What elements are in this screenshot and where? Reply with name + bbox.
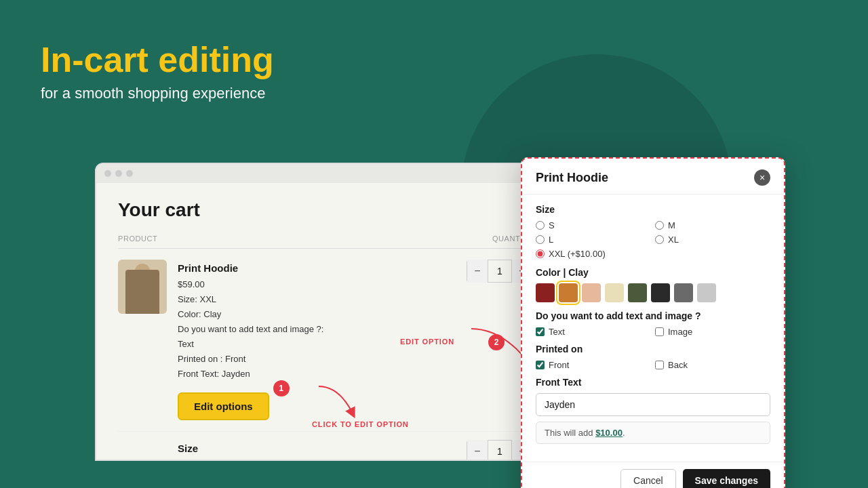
size-xxl-option[interactable]: XXL (+$10.00) — [536, 249, 770, 259]
color-swatches — [536, 283, 770, 302]
topbar-dot-2 — [115, 170, 122, 177]
cart-content: Your cart PRODUCT QUANTITY Print Hoodie … — [96, 183, 555, 461]
cart-mockup: Your cart PRODUCT QUANTITY Print Hoodie … — [95, 163, 556, 461]
cart-title: Your cart — [118, 199, 533, 221]
size-xxl-label: XXL (+$10.00) — [549, 249, 606, 259]
size-l-option[interactable]: L — [536, 235, 651, 245]
edit-options-wrapper: Edit options 1 — [178, 387, 456, 420]
topbar-dot-1 — [104, 170, 111, 177]
size-xl-option[interactable]: XL — [655, 235, 770, 245]
edit-options-button[interactable]: Edit options — [178, 392, 269, 420]
upsell-amount: $10.00 — [595, 428, 623, 438]
column-product: PRODUCT — [118, 235, 157, 243]
text-checkbox[interactable] — [536, 327, 545, 336]
cart-item-2: Size $10.00 Title: XXL − 1 + — [118, 431, 533, 461]
save-changes-button[interactable]: Save changes — [683, 469, 770, 488]
modal-body: Size S M L XL XXL (+$10.00) — [522, 195, 784, 462]
swatch-peach[interactable] — [582, 283, 601, 302]
color-section-label: Color | Clay — [536, 267, 770, 278]
front-label: Front — [549, 360, 569, 370]
modal-title: Print Hoodie — [536, 171, 608, 185]
badge-2: 2 — [488, 334, 505, 350]
product-front-text-1: Front Text: Jayden — [178, 367, 456, 382]
modal-header: Print Hoodie × — [522, 159, 784, 195]
image-checkbox[interactable] — [655, 327, 664, 336]
product-customization-1: Do you want to add text and image ?: — [178, 322, 456, 337]
back-checkbox-item[interactable]: Back — [655, 360, 770, 370]
size-radio-group: S M L XL XXL (+$10.00) — [536, 220, 770, 259]
size-m-label: M — [668, 220, 675, 230]
size-xxl-radio[interactable] — [536, 249, 545, 258]
swatch-olive[interactable] — [628, 283, 647, 302]
thumb-body — [125, 270, 159, 314]
size-s-option[interactable]: S — [536, 220, 651, 230]
cart-item-1: Print Hoodie $59.00 Size: XXL Color: Cla… — [118, 260, 533, 420]
badge-1: 1 — [273, 380, 290, 396]
size-m-radio[interactable] — [655, 221, 664, 230]
front-checkbox[interactable] — [536, 361, 545, 369]
page-subtitle: for a smooth shopping experience — [41, 85, 274, 102]
size-xl-radio[interactable] — [655, 235, 664, 244]
qty-value-2: 1 — [488, 441, 512, 461]
image-option-label: Image — [668, 327, 692, 337]
page-title: In-cart editing — [41, 41, 274, 79]
product-name-2: Size — [178, 440, 456, 458]
topbar-dot-3 — [126, 170, 133, 177]
printed-on-section-label: Printed on — [536, 344, 770, 354]
qty-decrease-1[interactable]: − — [467, 260, 488, 283]
product-thumbnail — [118, 260, 167, 314]
modal-dialog: Print Hoodie × Size S M L XL — [521, 157, 785, 488]
product-printed-on-1: Printed on : Front — [178, 352, 456, 367]
modal-footer: Cancel Save changes — [522, 462, 784, 488]
swatch-light-gray[interactable] — [697, 283, 716, 302]
image-checkbox-item[interactable]: Image — [655, 327, 770, 337]
front-checkbox-item[interactable]: Front — [536, 360, 651, 370]
product-price-2: $10.00 — [178, 458, 456, 461]
text-image-section-label: Do you want to add text and image ? — [536, 310, 770, 321]
front-text-section-label: Front Text — [536, 377, 770, 388]
edit-options-container: Edit options 1 — [178, 387, 269, 420]
size-section-label: Size — [536, 204, 770, 215]
cart-header-row: PRODUCT QUANTITY — [118, 235, 533, 249]
header-area: In-cart editing for a smooth shopping ex… — [41, 41, 274, 102]
swatch-dark-gray[interactable] — [674, 283, 693, 302]
back-label: Back — [668, 360, 688, 370]
upsell-text: This will add — [545, 428, 595, 438]
qty-decrease-2[interactable]: − — [467, 440, 488, 461]
swatch-cream[interactable] — [605, 283, 624, 302]
size-l-label: L — [549, 235, 553, 245]
text-option-label: Text — [549, 327, 565, 337]
cart-topbar — [96, 164, 555, 183]
qty-value-1: 1 — [488, 260, 512, 282]
product-size-1: Size: XXL — [178, 292, 456, 307]
text-image-checkbox-group: Text Image — [536, 327, 770, 337]
product-price-1: $59.00 — [178, 277, 456, 292]
printed-on-checkbox-group: Front Back — [536, 360, 770, 370]
cancel-button[interactable]: Cancel — [620, 469, 676, 488]
product-info-2: Size $10.00 Title: XXL — [178, 440, 456, 461]
upsell-note: This will add $10.00. — [536, 422, 770, 444]
size-m-option[interactable]: M — [655, 220, 770, 230]
size-s-label: S — [549, 220, 555, 230]
text-checkbox-item[interactable]: Text — [536, 327, 651, 337]
product-name-1: Print Hoodie — [178, 260, 456, 277]
back-checkbox[interactable] — [655, 361, 664, 369]
size-s-radio[interactable] — [536, 221, 545, 230]
product-color-1: Color: Clay — [178, 307, 456, 322]
size-xl-label: XL — [668, 235, 679, 245]
annotation-edit: EDIT OPTION — [400, 338, 454, 346]
swatch-black[interactable] — [651, 283, 670, 302]
upsell-suffix: . — [623, 428, 625, 438]
size-l-radio[interactable] — [536, 235, 545, 244]
swatch-dark-red[interactable] — [536, 283, 555, 302]
annotation-click: CLICK TO EDIT OPTION — [312, 420, 409, 428]
front-text-input[interactable] — [536, 393, 770, 416]
swatch-orange-brown[interactable] — [559, 283, 578, 302]
modal-close-button[interactable]: × — [754, 169, 770, 186]
